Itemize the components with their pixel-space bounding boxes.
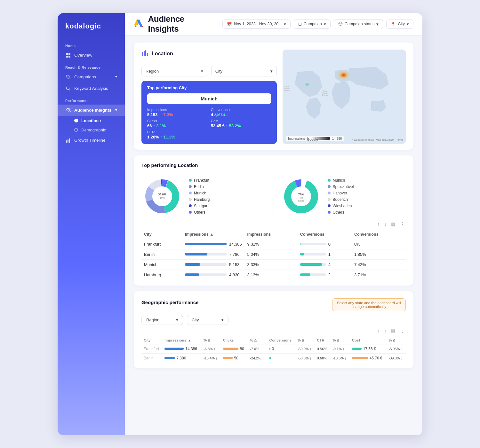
- date-chevron-icon: ▾: [284, 22, 286, 27]
- table-row: Berlin 7,386 -13.4% ↓: [141, 353, 406, 363]
- chart-impressions: 36.8% 10% Frankfurt Berlin: [141, 172, 267, 220]
- geo-table-view-btn[interactable]: ▦: [390, 327, 396, 334]
- hanover-dot: [328, 192, 331, 194]
- city-berlin: Berlin: [141, 249, 182, 259]
- location-city-dropdown[interactable]: City ▾: [211, 66, 277, 76]
- tag-icon: [65, 74, 71, 80]
- frankfurt-label: Frankfurt: [194, 178, 209, 183]
- sidebar-item-audience-label: Audience Insights: [74, 108, 111, 113]
- city-stats: Impressions 5,153 ↓ -7.3% Conversions 4 …: [147, 108, 271, 139]
- legend-buderich: Buderich: [328, 197, 354, 202]
- keyword-search-icon: [65, 86, 71, 91]
- geo-col-conv: Conversions: [267, 336, 295, 344]
- location-header: Location: [141, 50, 277, 58]
- map-attribution: Keyboard shortcuts Map data©2024 Terms: [352, 138, 403, 141]
- campaign-filter-label: Campaign: [304, 22, 322, 26]
- geo-city-dropdown[interactable]: City ▾: [187, 315, 228, 325]
- legend-stuttgart: Stuttgart: [189, 204, 210, 208]
- buderich-dot: [328, 198, 331, 201]
- location-region-dropdown[interactable]: Region ▾: [141, 66, 207, 76]
- table-view-btn[interactable]: ▦: [390, 220, 396, 228]
- location-card: Location Region ▾ City ▾: [134, 43, 413, 150]
- munich2-label: Munich: [333, 178, 345, 183]
- imp-bar-frankfurt: 14,386: [182, 239, 244, 249]
- world-map-svg: North Pacific Ocean North Atlantic Ocean: [283, 50, 406, 144]
- donut-conversions: 78% 4% 5.9%: [280, 176, 322, 217]
- sort-up-btn[interactable]: ↑: [376, 220, 381, 228]
- audience-icon: [65, 107, 71, 113]
- location-left: Location Region ▾ City ▾: [141, 50, 277, 144]
- city-location-icon: 📍: [391, 22, 396, 27]
- geo-col-imp-delta: % Δ: [201, 336, 220, 344]
- more-options-btn[interactable]: ⋮: [399, 220, 406, 228]
- geo-clicks-frankfurt: 80: [221, 344, 248, 353]
- sidebar-item-campaigns[interactable]: Campaigns ▾: [58, 71, 125, 83]
- geo-col-imp: Impressions ▲: [162, 336, 201, 344]
- geo-region-dropdown[interactable]: Region ▾: [141, 315, 183, 325]
- chart1-legend: Frankfurt Berlin Munich: [189, 178, 210, 215]
- city-stat-row-2: Clicks 66 ↑ 3.1% Cost 52.45 € ↑ 53.2%: [147, 119, 271, 128]
- google-logo: Google: [307, 138, 318, 141]
- svg-point-4: [67, 76, 68, 76]
- geo-sort-down-btn[interactable]: ↓: [383, 327, 388, 334]
- sidebar-logo: kodalogic: [58, 22, 125, 39]
- sidebar-section-reach: Reach & Relevance: [58, 61, 125, 71]
- city-munich: Munich: [141, 259, 182, 270]
- sidebar-item-growth[interactable]: Growth Timeline: [58, 135, 125, 146]
- sidebar-item-overview[interactable]: Overview: [58, 50, 125, 61]
- col-city: City: [141, 230, 182, 239]
- sidebar-item-keyword-label: Keyword Analysis: [74, 86, 108, 91]
- svg-rect-22: [145, 50, 146, 56]
- top-city-card: Top performing City Munich Impressions 5…: [141, 81, 277, 144]
- svg-point-7: [68, 108, 70, 110]
- location-table: City Impressions ▲ Impressions Conversio…: [141, 230, 406, 280]
- status-filter-btn[interactable]: Campaign status ▾: [334, 19, 383, 29]
- geo-conv-frankfurt: 0: [267, 344, 295, 353]
- geo-table-controls: ↑ ↓ ▦ ⋮: [141, 327, 406, 334]
- table-row: Frankfurt 14,386 -6.8% ↓: [141, 344, 406, 353]
- geo-imp-frankfurt: 14,386: [162, 344, 201, 353]
- sidebar-item-keyword[interactable]: Keyword Analysis: [58, 83, 125, 94]
- legend-munich2: Munich: [328, 178, 354, 183]
- legend-berlin: Berlin: [189, 185, 210, 189]
- svg-text:4%: 4%: [299, 196, 303, 199]
- conv-pct-berlin: 1.85%: [352, 249, 406, 259]
- city-filter-label: City: [398, 22, 405, 26]
- legend-others1: Others: [189, 210, 210, 215]
- conv-bar-frankfurt: 0: [298, 239, 352, 249]
- charts-row: 36.8% 10% Frankfurt Berlin: [141, 172, 406, 220]
- geo-col-cost: Cost: [350, 336, 387, 344]
- geo-sort-up-btn[interactable]: ↑: [376, 327, 381, 334]
- date-filter-btn[interactable]: 📅 Nov 1, 2023 - Nov 30, 20... ▾: [222, 20, 290, 29]
- sidebar-sub-demographic[interactable]: Demographic: [70, 125, 125, 135]
- conv-bar-berlin: 1: [298, 249, 352, 259]
- campaign-filter-icon: ⊡: [298, 22, 302, 27]
- imp-pct-hamburg: 3.13%: [245, 270, 298, 280]
- sidebar-item-audience[interactable]: Audience Insights ▾: [58, 105, 125, 116]
- geo-clicks-delta-frankfurt: -7.0% ↓: [248, 344, 267, 353]
- geo-region-label: Region: [146, 318, 159, 322]
- city-filter-btn[interactable]: 📍 City ▾: [386, 20, 413, 29]
- grid-icon: [65, 52, 71, 58]
- geo-performance-card: Geographic performance Select any state …: [134, 291, 413, 368]
- munich-dot: [189, 192, 192, 194]
- col-conversions-bar: Conversions: [298, 230, 352, 239]
- col-impressions-bar: Impressions ▲: [182, 230, 244, 239]
- geo-region-chevron-icon: ▾: [176, 318, 178, 322]
- sidebar-sub-location[interactable]: Location •: [70, 116, 125, 125]
- chart-divider: [274, 172, 274, 220]
- city-stat-row-1: Impressions 5,153 ↓ -7.3% Conversions 4 …: [147, 108, 271, 117]
- campaign-filter-btn[interactable]: ⊡ Campaign ▾: [294, 20, 331, 29]
- conv-bar-hamburg: 2: [298, 270, 352, 280]
- geo-hint: Select any state and the dashboard will …: [332, 298, 406, 311]
- col-impressions-pct: Impressions: [245, 230, 298, 239]
- topbar-logo: Audience Insights: [134, 14, 214, 34]
- svg-text:Ocean: Ocean: [284, 89, 290, 91]
- svg-rect-0: [66, 53, 68, 55]
- geo-dropdowns: Region ▾ City ▾: [141, 315, 406, 325]
- geo-more-options-btn[interactable]: ⋮: [399, 327, 406, 334]
- sidebar-sub-location-label: Location •: [81, 118, 101, 123]
- sort-down-btn[interactable]: ↓: [383, 220, 388, 228]
- imp-pct-munich: 3.33%: [245, 259, 298, 270]
- location-bars-icon: [141, 50, 148, 58]
